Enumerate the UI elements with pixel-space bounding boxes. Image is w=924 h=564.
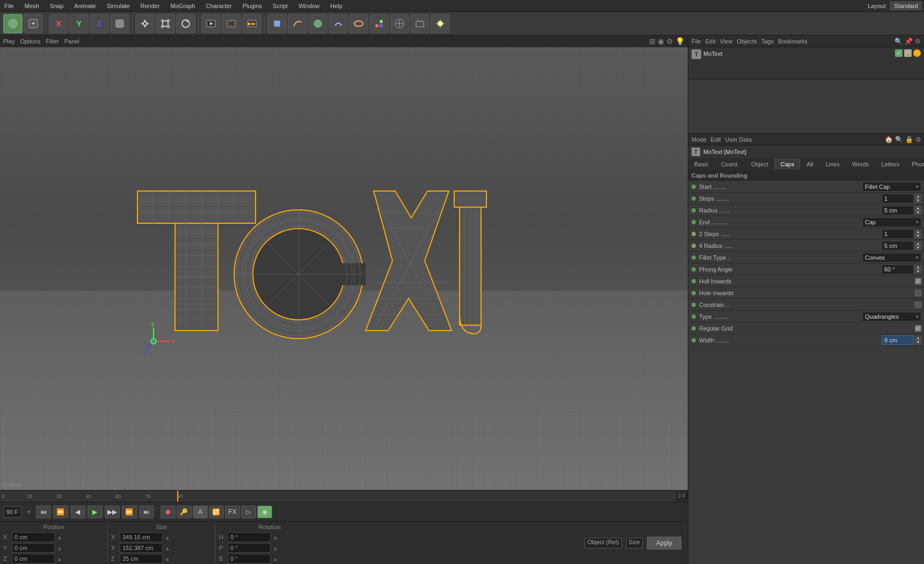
right-menu-tags[interactable]: Tags bbox=[761, 38, 774, 45]
menu-help[interactable]: Help bbox=[328, 2, 345, 10]
attr-checkbox-constrain[interactable] bbox=[915, 302, 921, 308]
right-menu-file[interactable]: File bbox=[692, 38, 701, 45]
playback-btn-record[interactable]: ⏺ bbox=[161, 506, 176, 518]
playback-btn-extra2[interactable]: ◉ bbox=[257, 506, 272, 518]
right-menu-view[interactable]: View bbox=[720, 38, 733, 45]
viewport-icon-grid[interactable]: ⊞ bbox=[649, 37, 656, 46]
attr-spinner-radius2-down[interactable]: ▼ bbox=[915, 246, 921, 250]
attr-icon-home[interactable]: 🏠 bbox=[885, 136, 893, 143]
attr-mode-mode[interactable]: Mode bbox=[692, 136, 707, 143]
attr-spinner-steps2-up[interactable]: ▲ bbox=[915, 230, 921, 234]
playback-btn-key[interactable]: 🔑 bbox=[177, 506, 192, 518]
menu-character[interactable]: Character bbox=[203, 2, 234, 10]
right-icon-settings[interactable]: ⚙ bbox=[915, 38, 921, 45]
viewport-options[interactable]: Options bbox=[20, 38, 40, 45]
menu-window[interactable]: Window bbox=[296, 2, 322, 10]
attr-spinner-radius2-up[interactable]: ▲ bbox=[915, 241, 921, 246]
toolbar-btn-render-region[interactable] bbox=[222, 14, 241, 33]
attr-icon-settings[interactable]: ⚙ bbox=[915, 136, 921, 143]
right-menu-objects[interactable]: Objects bbox=[737, 38, 756, 45]
right-menu-edit[interactable]: Edit bbox=[705, 38, 716, 45]
attr-tab-words[interactable]: Words bbox=[846, 159, 875, 170]
viewport-icon-settings[interactable]: ⚙ bbox=[666, 37, 673, 46]
attr-tab-all[interactable]: All bbox=[801, 159, 819, 170]
attr-tab-letters[interactable]: Letters bbox=[876, 159, 906, 170]
viewport-play[interactable]: Play bbox=[3, 38, 14, 45]
rot-p-up[interactable]: ▲ bbox=[273, 545, 278, 551]
viewport-panel[interactable]: Panel bbox=[64, 38, 79, 45]
motext-name[interactable]: MoText bbox=[703, 49, 722, 57]
size-z-up[interactable]: ▲ bbox=[165, 556, 170, 562]
menu-mesh[interactable]: Mesh bbox=[23, 2, 41, 10]
right-menu-bookmarks[interactable]: Bookmarks bbox=[778, 38, 807, 45]
attr-checkbox-hole-inwards[interactable] bbox=[915, 290, 921, 296]
toolbar-btn-render-anim[interactable]: ▶▶ bbox=[242, 14, 261, 33]
attr-spinner-radius1-up[interactable]: ▲ bbox=[915, 206, 921, 210]
attr-icon-lock[interactable]: 🔒 bbox=[905, 136, 913, 143]
attr-tab-phong[interactable]: Phong bbox=[906, 159, 924, 170]
toolbar-btn-mograph[interactable] bbox=[369, 14, 389, 33]
playback-btn-end[interactable]: ⏭ bbox=[139, 506, 154, 518]
attr-input-steps2[interactable] bbox=[882, 229, 914, 239]
attr-tab-lines[interactable]: Lines bbox=[820, 159, 846, 170]
size-z[interactable] bbox=[120, 554, 163, 563]
coord-mode-dropdown[interactable]: Object (Rel) bbox=[585, 538, 622, 548]
toolbar-btn-spline[interactable] bbox=[288, 14, 307, 33]
toolbar-btn-object[interactable] bbox=[110, 14, 129, 33]
toolbar-btn-scale[interactable] bbox=[156, 14, 175, 33]
toolbar-btn-scene[interactable] bbox=[410, 14, 430, 33]
attr-checkbox-regular-grid[interactable]: ✓ bbox=[915, 325, 921, 332]
attr-checkbox-hull-inwards[interactable]: ✓ bbox=[915, 278, 921, 284]
attr-input-phong-angle[interactable] bbox=[882, 265, 914, 274]
toolbar-btn-y[interactable]: Y bbox=[69, 14, 89, 33]
rotation-h[interactable] bbox=[228, 532, 271, 542]
position-y[interactable] bbox=[12, 543, 55, 553]
right-icon-search[interactable]: 🔍 bbox=[894, 38, 903, 45]
attr-input-radius2[interactable] bbox=[882, 241, 914, 251]
obj-visible-icon[interactable]: ✓ bbox=[895, 49, 903, 57]
apply-button[interactable]: Apply bbox=[647, 537, 681, 550]
attr-icon-search[interactable]: 🔍 bbox=[895, 136, 903, 143]
attr-dropdown-start[interactable]: Fillet Cap ▾ bbox=[862, 182, 921, 192]
attr-input-width[interactable] bbox=[882, 335, 914, 345]
playback-btn-back[interactable]: ◀ bbox=[70, 506, 85, 518]
menu-script[interactable]: Script bbox=[271, 2, 290, 10]
position-z[interactable] bbox=[12, 554, 55, 563]
toolbar-btn-z[interactable]: Z bbox=[90, 14, 109, 33]
toolbar-btn-fields[interactable] bbox=[390, 14, 409, 33]
toolbar-btn-light[interactable] bbox=[431, 14, 450, 33]
playback-btn-play[interactable]: ▶ bbox=[88, 506, 103, 518]
menu-snap[interactable]: Snap bbox=[48, 2, 66, 10]
size-mode-dropdown[interactable]: Size bbox=[626, 538, 643, 548]
viewport-filter[interactable]: Filter bbox=[46, 38, 59, 45]
attr-mode-userdata[interactable]: User Data bbox=[725, 136, 752, 143]
playback-btn-prev[interactable]: ⏪ bbox=[53, 506, 68, 518]
obj-lock-icon[interactable]: 🔒 bbox=[904, 49, 912, 57]
attr-mode-edit[interactable]: Edit bbox=[711, 136, 721, 143]
toolbar-btn-nurbs[interactable] bbox=[349, 14, 368, 33]
menu-file[interactable]: File bbox=[2, 2, 16, 10]
toolbar-btn-rotate[interactable] bbox=[176, 14, 195, 33]
playback-btn-fx[interactable]: FX bbox=[225, 506, 240, 518]
attr-dropdown-type[interactable]: Quadrangles ▾ bbox=[862, 312, 921, 321]
timeline-ruler-content[interactable]: 0 15 30 45 60 75 90 bbox=[0, 490, 675, 502]
size-x-up[interactable]: ▲ bbox=[165, 534, 170, 540]
position-x[interactable] bbox=[12, 532, 55, 542]
pos-y-up[interactable]: ▲ bbox=[57, 545, 62, 551]
playback-btn-loop[interactable]: 🔁 bbox=[209, 506, 224, 518]
toolbar-btn-deformer[interactable] bbox=[329, 14, 348, 33]
toolbar-btn-render-preview[interactable] bbox=[201, 14, 221, 33]
attr-spinner-phong-down[interactable]: ▼ bbox=[915, 269, 921, 274]
viewport-canvas[interactable]: X Y Z Texture bbox=[0, 47, 688, 490]
attr-spinner-steps2-down[interactable]: ▼ bbox=[915, 234, 921, 238]
attr-tab-coord[interactable]: Coord. bbox=[715, 159, 745, 170]
attr-spinner-steps1-up[interactable]: ▲ bbox=[915, 194, 921, 199]
attr-tab-basic[interactable]: Basic bbox=[688, 159, 715, 170]
playback-btn-start[interactable]: ⏮ bbox=[36, 506, 51, 518]
pos-z-up[interactable]: ▲ bbox=[57, 556, 62, 562]
toolbar-btn-undo[interactable] bbox=[3, 14, 23, 33]
attr-spinner-radius1-down[interactable]: ▼ bbox=[915, 210, 921, 215]
attr-input-radius1[interactable] bbox=[882, 206, 914, 215]
rot-h-up[interactable]: ▲ bbox=[273, 534, 278, 540]
menu-mograph[interactable]: MoGraph bbox=[169, 2, 198, 10]
